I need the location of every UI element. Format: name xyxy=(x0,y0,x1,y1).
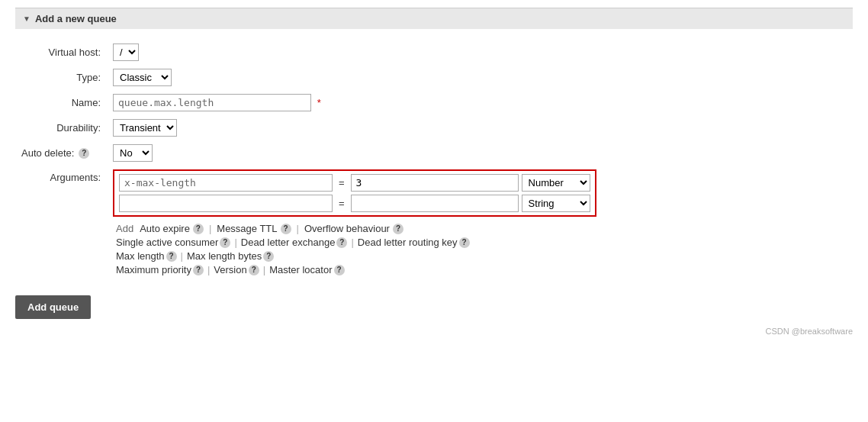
add-maximum-priority-link[interactable]: Maximum priority xyxy=(116,264,191,275)
arguments-label: Arguments: xyxy=(50,172,101,183)
argument-row-1: = Number String Boolean xyxy=(119,174,590,192)
message-ttl-help[interactable]: ? xyxy=(281,224,291,234)
auto-delete-help[interactable]: ? xyxy=(79,148,89,159)
type-label: Type: xyxy=(76,72,101,83)
virtual-host-row: Virtual host: / xyxy=(15,40,853,65)
auto-delete-row: Auto delete: ? No Yes xyxy=(15,140,853,166)
add-message-ttl-link[interactable]: Message TTL xyxy=(217,223,277,234)
add-section: Add Auto expire ? | Message TTL ? | Over… xyxy=(113,223,847,275)
max-length-bytes-help[interactable]: ? xyxy=(263,251,274,262)
add-overflow-behaviour-link[interactable]: Overflow behaviour xyxy=(304,223,390,234)
add-auto-expire-link[interactable]: Auto expire xyxy=(140,223,190,234)
arg1-key-input[interactable] xyxy=(119,174,333,192)
add-row-1: Add Auto expire ? | Message TTL ? | Over… xyxy=(116,223,847,234)
durability-select[interactable]: Transient Durable xyxy=(113,119,177,137)
add-max-length-bytes-link[interactable]: Max length bytes xyxy=(187,250,262,262)
footer-text: CSDN @breaksoftware xyxy=(15,327,853,336)
overflow-behaviour-help[interactable]: ? xyxy=(393,224,403,234)
add-dead-letter-exchange-link[interactable]: Dead letter exchange xyxy=(241,237,336,248)
maximum-priority-help[interactable]: ? xyxy=(193,265,204,275)
arg2-value-input[interactable] xyxy=(351,195,519,212)
required-indicator: * xyxy=(317,97,321,108)
single-active-consumer-help[interactable]: ? xyxy=(220,237,230,248)
add-row-2: Single active consumer ? | Dead letter e… xyxy=(116,237,847,248)
name-input[interactable] xyxy=(113,94,311,111)
name-row: Name: * xyxy=(15,90,853,115)
arg2-key-input[interactable] xyxy=(119,195,333,212)
add-queue-button[interactable]: Add queue xyxy=(15,295,91,319)
type-row: Type: Classic Quorum xyxy=(15,65,853,90)
arg1-type-select[interactable]: Number String Boolean xyxy=(522,174,590,192)
arg2-type-select[interactable]: String Number Boolean xyxy=(522,195,590,212)
arguments-box: = Number String Boolean = String Number xyxy=(113,169,596,217)
sep5: | xyxy=(178,250,185,262)
sep2: | xyxy=(294,223,301,234)
arg2-equals: = xyxy=(336,198,348,209)
add-version-link[interactable]: Version xyxy=(214,264,246,275)
durability-label: Durability: xyxy=(56,122,101,134)
add-row-4: Maximum priority ? | Version ? | Master … xyxy=(116,264,847,275)
section-title: Add a new queue xyxy=(35,13,117,24)
add-row-3: Max length ? | Max length bytes ? xyxy=(116,250,847,262)
type-select[interactable]: Classic Quorum xyxy=(113,69,172,86)
sep3: | xyxy=(232,237,239,248)
master-locator-help[interactable]: ? xyxy=(334,265,345,275)
version-help[interactable]: ? xyxy=(249,265,259,275)
dead-letter-routing-key-help[interactable]: ? xyxy=(459,237,470,248)
section-header: ▼ Add a new queue xyxy=(15,8,853,29)
name-label: Name: xyxy=(72,97,101,108)
sep7: | xyxy=(261,264,268,275)
add-single-active-consumer-link[interactable]: Single active consumer xyxy=(116,237,218,248)
max-length-help[interactable]: ? xyxy=(166,251,177,262)
sep1: | xyxy=(207,223,214,234)
sep6: | xyxy=(205,264,212,275)
argument-row-2: = String Number Boolean xyxy=(119,195,590,212)
add-max-length-link[interactable]: Max length xyxy=(116,250,165,262)
add-dead-letter-routing-key-link[interactable]: Dead letter routing key xyxy=(358,237,458,248)
virtual-host-select[interactable]: / xyxy=(113,43,139,61)
arguments-row: Arguments: = Number String Boolean = xyxy=(15,166,853,282)
virtual-host-label: Virtual host: xyxy=(49,47,101,58)
arg1-value-input[interactable] xyxy=(351,174,519,192)
dead-letter-exchange-help[interactable]: ? xyxy=(336,237,347,248)
add-master-locator-link[interactable]: Master locator xyxy=(269,264,332,275)
collapse-arrow[interactable]: ▼ xyxy=(23,14,31,23)
auto-delete-label: Auto delete: xyxy=(21,147,74,159)
auto-expire-help[interactable]: ? xyxy=(193,224,204,234)
add-label: Add xyxy=(116,223,133,234)
sep4: | xyxy=(349,237,355,248)
durability-row: Durability: Transient Durable xyxy=(15,115,853,140)
arg1-equals: = xyxy=(336,177,348,188)
auto-delete-select[interactable]: No Yes xyxy=(113,144,153,162)
